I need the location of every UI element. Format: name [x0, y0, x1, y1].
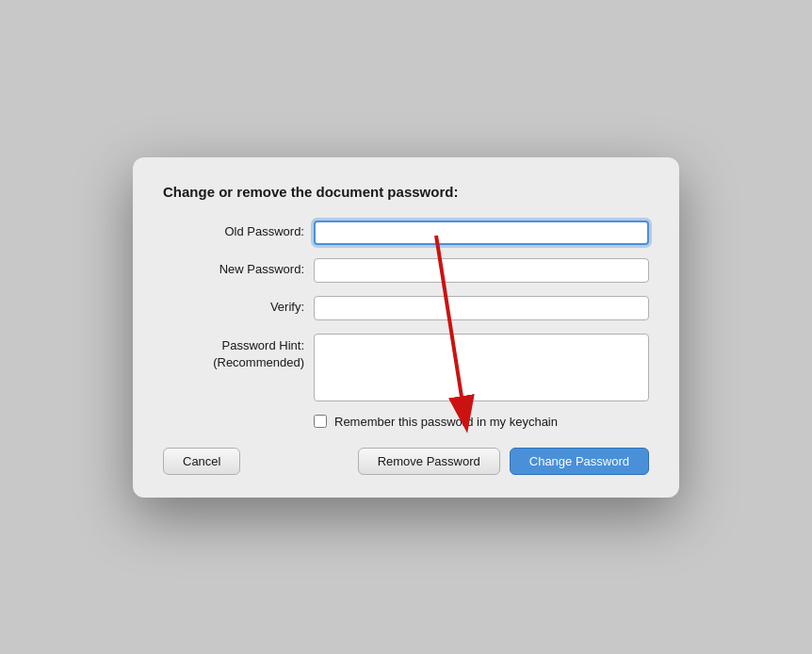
button-group-right: Remove Password Change Password: [358, 448, 649, 475]
verify-row: Verify:: [163, 296, 649, 320]
keychain-checkbox-row: Remember this password in my keychain: [314, 415, 649, 429]
dialog-body: Old Password: New Password: Verify: Pass…: [163, 221, 649, 475]
hint-input[interactable]: [314, 334, 649, 401]
new-password-row: New Password:: [163, 258, 649, 283]
remove-password-button[interactable]: Remove Password: [358, 448, 500, 475]
new-password-input[interactable]: [314, 258, 649, 283]
verify-input[interactable]: [314, 296, 649, 320]
old-password-input[interactable]: [314, 221, 649, 245]
change-password-button[interactable]: Change Password: [510, 448, 649, 475]
hint-row: Password Hint:(Recommended): [163, 334, 649, 401]
old-password-label: Old Password:: [163, 223, 314, 240]
cancel-button[interactable]: Cancel: [163, 448, 240, 475]
keychain-checkbox-label[interactable]: Remember this password in my keychain: [334, 415, 558, 429]
old-password-row: Old Password:: [163, 221, 649, 245]
dialog-title: Change or remove the document password:: [163, 184, 649, 200]
verify-label: Verify:: [163, 299, 314, 316]
new-password-label: New Password:: [163, 261, 314, 278]
button-row: Cancel Remove Password Change Password: [163, 448, 649, 475]
keychain-checkbox[interactable]: [314, 415, 327, 428]
hint-label: Password Hint:(Recommended): [163, 334, 314, 371]
password-dialog: Change or remove the document password: …: [133, 157, 679, 498]
